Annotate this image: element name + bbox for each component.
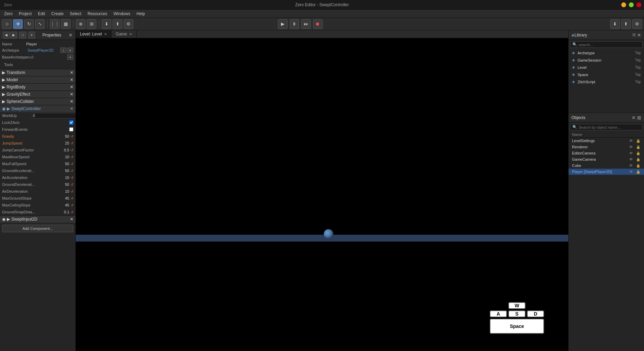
key-a[interactable]: A	[490, 310, 507, 317]
rigidbody-section[interactable]: ▶ RigidBody ✕	[0, 83, 75, 91]
stop-button[interactable]: ⏹	[313, 19, 323, 29]
step-button[interactable]: ⏭	[301, 19, 311, 29]
menu-project[interactable]: Project	[16, 11, 34, 17]
tool-world-btn[interactable]: ⊕	[76, 19, 85, 29]
grounddeceleration-reset-icon[interactable]: ↺	[71, 183, 73, 187]
gamecamera-vis-icon[interactable]: 👁	[628, 157, 634, 161]
base-archetype-value[interactable]: null	[28, 55, 66, 59]
maxceilingslope-reset-icon[interactable]: ↺	[71, 203, 73, 207]
forwardevents-checkbox[interactable]	[69, 127, 73, 131]
spherecollider-close-icon[interactable]: ✕	[70, 99, 73, 104]
library-close-icon[interactable]: ✕	[637, 32, 641, 38]
jumpcancelfactor-value[interactable]: 0.5	[64, 148, 69, 152]
airdeceleration-value[interactable]: 10	[65, 189, 69, 193]
archetype-value[interactable]: SweptPlayer2D	[28, 48, 59, 52]
levelsettings-lock-icon[interactable]: 🔒	[636, 139, 641, 143]
tool-camera-btn[interactable]: ⊞	[87, 19, 96, 29]
renderer-lock-icon[interactable]: 🔒	[636, 145, 641, 149]
tool-rotate-btn[interactable]: ↻	[24, 19, 34, 29]
key-w[interactable]: W	[508, 302, 526, 309]
player-vis-icon[interactable]: 👁	[628, 170, 634, 174]
objects-close-icon[interactable]: ✕	[632, 115, 636, 120]
editorcamera-lock-icon[interactable]: 🔒	[636, 151, 641, 155]
menu-create[interactable]: Create	[49, 11, 66, 17]
menu-zero[interactable]: Zero	[1, 11, 15, 17]
nav-forward-button[interactable]: ▶	[10, 32, 17, 39]
menu-windows[interactable]: Windows	[111, 11, 133, 17]
library-item-zilchscript[interactable]: ◈ ZilchScript Tag	[569, 78, 644, 85]
library-grid-icon[interactable]: ⊞	[632, 32, 636, 38]
sweptcontroller-expand-icon[interactable]: ▶	[7, 106, 10, 111]
groundacceleration-reset-icon[interactable]: ↺	[71, 169, 73, 173]
gravity-value[interactable]: 50	[65, 134, 69, 138]
tool-download-btn[interactable]: ⬇	[102, 19, 111, 29]
levelsettings-vis-icon[interactable]: 👁	[628, 139, 634, 143]
lockzaxis-checkbox[interactable]	[69, 120, 73, 125]
objects-search-input[interactable]	[579, 125, 640, 129]
object-item-renderer[interactable]: Renderer 👁 🔒	[569, 144, 644, 150]
extra-btn-2[interactable]: ⬆	[621, 19, 631, 29]
name-value[interactable]: Player	[26, 42, 37, 46]
groundsnapdistance-reset-icon[interactable]: ↺	[71, 210, 73, 214]
maxceilingslope-value[interactable]: 45	[65, 203, 69, 207]
extra-btn-1[interactable]: ⬇	[610, 19, 620, 29]
maxgroundslope-value[interactable]: 45	[65, 196, 69, 200]
rigidbody-close-icon[interactable]: ✕	[70, 85, 73, 89]
tool-snap-btn[interactable]: ⋮⋮	[50, 19, 60, 29]
cube-lock-icon[interactable]: 🔒	[636, 164, 641, 168]
minimize-button[interactable]	[621, 2, 626, 7]
object-item-levelsettings[interactable]: LevelSettings 👁 🔒	[569, 138, 644, 144]
add-component-button[interactable]: Add Component...	[2, 225, 73, 232]
maximize-button[interactable]	[629, 2, 634, 7]
base-archetype-btn[interactable]: +	[67, 54, 73, 60]
key-space[interactable]: Space	[490, 319, 544, 334]
maxmovespeed-value[interactable]: 10	[65, 155, 69, 159]
jumpcancelfactor-reset-icon[interactable]: ↺	[71, 148, 73, 152]
player-lock-icon[interactable]: 🔒	[636, 170, 641, 174]
library-item-level[interactable]: ◈ Level Tag	[569, 64, 644, 71]
model-close-icon[interactable]: ✕	[70, 77, 73, 82]
game-tab[interactable]: Game ✕	[112, 30, 137, 38]
menu-resources[interactable]: Resources	[85, 11, 110, 17]
maxmovespeed-reset-icon[interactable]: ↺	[71, 155, 73, 159]
maxgroundslope-reset-icon[interactable]: ↺	[71, 196, 73, 200]
game-tab-close-icon[interactable]: ✕	[129, 32, 132, 36]
groundsnapdistance-value[interactable]: 0.1	[64, 210, 69, 214]
transform-close-icon[interactable]: ✕	[70, 70, 73, 75]
object-item-player[interactable]: Player [SweptPlayer2D] 👁 🔒	[569, 169, 644, 175]
objects-search-bar[interactable]: 🔍	[570, 124, 643, 130]
pause-button[interactable]: ⏸	[290, 19, 299, 29]
jumpspeed-value[interactable]: 25	[65, 141, 69, 145]
close-button[interactable]	[636, 2, 641, 7]
menu-select[interactable]: Select	[67, 11, 84, 17]
object-item-editorcamera[interactable]: EditorCamera 👁 🔒	[569, 150, 644, 156]
key-d[interactable]: D	[527, 310, 544, 317]
gravity-reset-icon[interactable]: ↺	[71, 135, 73, 138]
maxfallspeed-reset-icon[interactable]: ↺	[71, 162, 73, 166]
worldup-x-input[interactable]	[31, 113, 75, 118]
gravityeffect-close-icon[interactable]: ✕	[70, 92, 73, 97]
view-list-button[interactable]: ≡	[28, 32, 35, 39]
tool-translate-btn[interactable]: ✥	[13, 19, 23, 29]
airacceleration-reset-icon[interactable]: ↺	[71, 176, 73, 180]
transform-section[interactable]: ▶ Transform ✕	[0, 69, 75, 76]
sweptinput2d-section[interactable]: ◉ ▶ SweptInput2D ✕	[0, 215, 75, 223]
airacceleration-value[interactable]: 10	[65, 176, 69, 180]
archetype-open-btn[interactable]: ↑	[60, 47, 66, 53]
sweptinput2d-eye-icon[interactable]: ◉	[2, 217, 6, 222]
grounddeceleration-value[interactable]: 50	[65, 182, 69, 187]
library-item-archetype[interactable]: ◈ Archetype Tag	[569, 49, 644, 56]
renderer-vis-icon[interactable]: 👁	[628, 145, 634, 149]
airdeceleration-reset-icon[interactable]: ↺	[71, 190, 73, 193]
tool-settings-btn[interactable]: ⚙	[124, 19, 133, 29]
sweptcontroller-eye-icon[interactable]: ◉	[2, 106, 6, 111]
level-tab-close-icon[interactable]: ✕	[104, 32, 107, 36]
sweptinput2d-close-icon[interactable]: ✕	[70, 217, 73, 222]
nav-back-button[interactable]: ◀	[3, 32, 10, 39]
key-s[interactable]: S	[508, 310, 526, 317]
extra-btn-3[interactable]: ⚙	[632, 19, 642, 29]
view-box-button[interactable]: □	[19, 32, 26, 39]
model-section[interactable]: ▶ Model ✕	[0, 76, 75, 83]
library-search-input[interactable]	[579, 43, 640, 47]
sweptcontroller-section[interactable]: ◉ ▶ SweptController ✕	[0, 105, 75, 112]
